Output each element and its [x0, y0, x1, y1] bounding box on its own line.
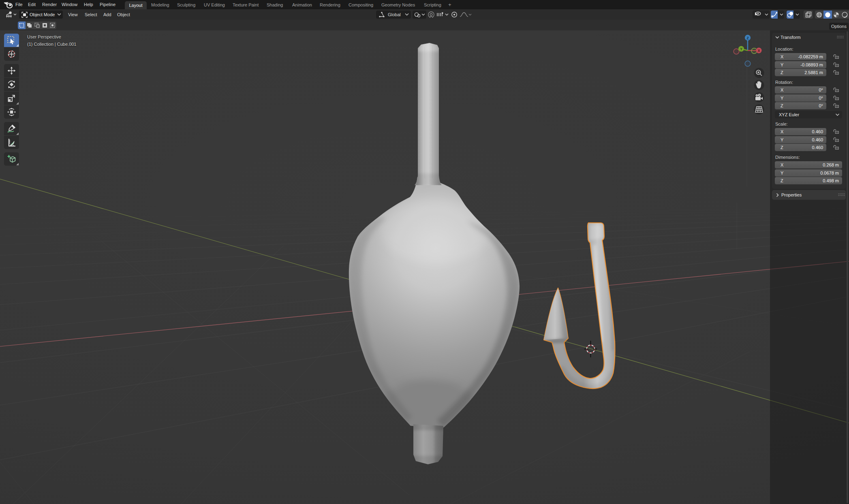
- svg-text:Y: Y: [740, 47, 742, 51]
- svg-text:X: X: [758, 49, 760, 53]
- svg-text:Z: Z: [746, 36, 748, 40]
